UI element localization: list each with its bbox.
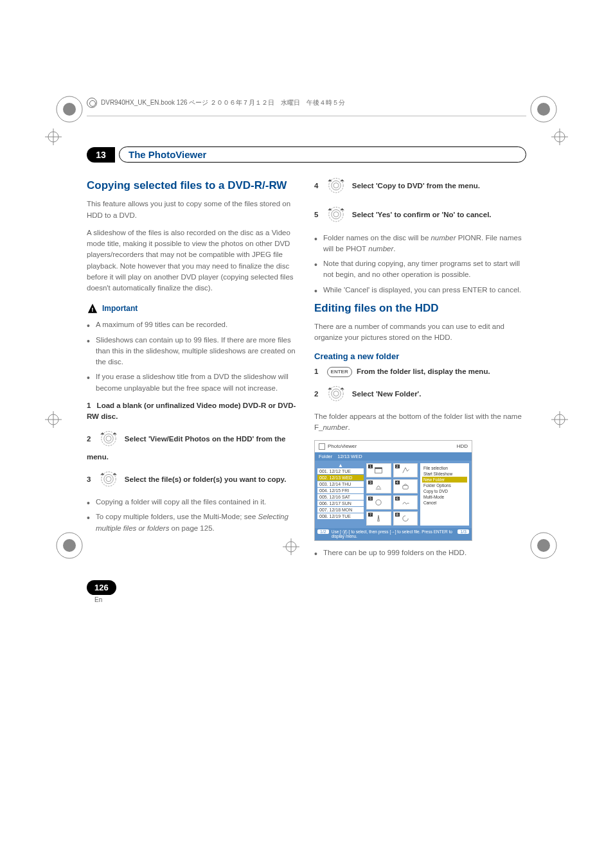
list-item: Slideshows can contain up to 99 files. I… <box>96 335 299 368</box>
enter-dial-icon <box>326 174 346 198</box>
step-bullets: Folder names on the disc will be number … <box>314 233 526 296</box>
step-text: Select 'Yes' to confirm or 'No' to cance… <box>352 211 492 218</box>
step-text: Select 'New Folder'. <box>352 390 422 398</box>
important-callout: ! Important <box>87 303 299 314</box>
note-bullets: There can be up to 999 folders on the HD… <box>314 547 526 558</box>
body-text: The folder appears at the bottom of the … <box>314 411 526 434</box>
step-number: 1 <box>314 368 318 375</box>
left-column: Copying selected files to a DVD-R/-RW Th… <box>87 174 299 565</box>
thumbnail: 1 <box>366 463 391 477</box>
section-heading: Copying selected files to a DVD-R/-RW <box>87 179 299 192</box>
step: 1 Load a blank (or unfinalized Video mod… <box>87 400 299 423</box>
menu-item: Folder Options <box>422 483 467 488</box>
svg-point-48 <box>333 212 339 217</box>
ui-folder-date: 12/13 WED <box>337 454 362 459</box>
svg-point-43 <box>333 183 339 188</box>
folder-row: 008. 12/19 TUE <box>317 513 364 519</box>
list-item: Note that during copying, any timer prog… <box>323 258 526 281</box>
step: 3 Select the file(s) or folder(s) you wa… <box>87 468 299 492</box>
subsection-heading: Creating a new folder <box>314 351 526 361</box>
ui-thumbnail-grid: 1 2 3 4 5 6 7! 8 <box>366 463 418 526</box>
step-number: 2 <box>314 390 318 398</box>
step-bullets: Copying a folder will copy all the files… <box>87 497 299 534</box>
svg-rect-57 <box>375 467 382 468</box>
svg-point-53 <box>333 391 339 396</box>
step-text: From the folder list, display the menu. <box>357 368 490 375</box>
ui-folder-label: Folder <box>319 454 332 459</box>
svg-point-52 <box>331 389 340 398</box>
body-text: There are a number of commands you can u… <box>314 321 526 344</box>
right-column: 4 Select 'Copy to DVD' from the menu. 5 … <box>314 174 526 565</box>
page-footer: 126 En <box>87 580 526 603</box>
menu-item: Multi-Mode <box>422 494 467 500</box>
thumbnail: 2 <box>393 463 418 477</box>
ui-folder-list: ▲ 001. 12/12 TUE 002. 12/13 WED 003. 12/… <box>317 463 364 526</box>
enter-dial-icon <box>98 468 119 492</box>
list-item: If you erase a slideshow title from a DV… <box>96 371 299 394</box>
folder-row: 001. 12/12 TUE <box>317 468 364 474</box>
ui-hint-bar: 1/2 Use [↑]/[↓] to select, then press [→… <box>315 528 472 541</box>
svg-point-42 <box>331 181 340 190</box>
step-text: Select the file(s) or folder(s) you want… <box>125 475 287 483</box>
chapter-header: 13 The PhotoViewer <box>87 146 526 163</box>
thumbnail: 3 <box>366 479 391 493</box>
page-number: 126 <box>87 580 116 595</box>
step: 2 Select 'View/Edit Photos on the HDD' f… <box>87 427 299 463</box>
svg-rect-59 <box>403 485 408 489</box>
ui-page-left: 1/2 <box>317 529 329 534</box>
folder-row-selected: 002. 12/13 WED <box>317 475 364 481</box>
folder-row: 003. 12/14 THU <box>317 481 364 487</box>
step-number: 2 <box>87 435 91 443</box>
list-item: While 'Cancel' is displayed, you can pre… <box>323 285 526 296</box>
menu-item: File selection <box>422 465 467 471</box>
enter-dial-icon <box>98 427 119 451</box>
svg-point-47 <box>331 210 340 219</box>
thumbnail: 7! <box>366 511 391 526</box>
thumbnail: 6 <box>393 495 418 509</box>
list-item: A maximum of 99 titles can be recorded. <box>96 319 299 330</box>
menu-item: Start Slideshow <box>422 471 467 477</box>
folder-row: 004. 12/15 FRI <box>317 488 364 493</box>
ui-folderbar: Folder 12/13 WED <box>315 452 472 461</box>
enter-button-icon: ENTER <box>327 367 352 377</box>
photoviewer-ui-figure: PhotoViewer HDD Folder 12/13 WED ▲ 001. … <box>314 440 472 542</box>
scroll-up-icon: ▲ <box>317 463 364 468</box>
svg-point-60 <box>376 499 381 504</box>
step-text: Load a blank (or unfinalized Video mode)… <box>87 402 296 420</box>
enter-dial-icon <box>326 382 346 406</box>
page-language: En <box>87 596 526 603</box>
warning-icon: ! <box>87 303 98 314</box>
important-list: A maximum of 99 titles can be recorded. … <box>87 319 299 394</box>
thumbnail: 8 <box>393 511 418 526</box>
svg-point-38 <box>106 476 111 481</box>
enter-dial-icon <box>326 203 346 227</box>
folder-row: 005. 12/16 SAT <box>317 494 364 500</box>
list-item: Copying a folder will copy all the files… <box>96 497 299 508</box>
step: 5 Select 'Yes' to confirm or 'No' to can… <box>314 203 526 227</box>
svg-text:!: ! <box>91 306 93 314</box>
step-number: 5 <box>314 211 318 218</box>
ui-titlebar: PhotoViewer HDD <box>315 441 472 452</box>
photoviewer-app-icon <box>319 443 325 450</box>
list-item: To copy multiple folders, use the Multi-… <box>96 511 299 534</box>
list-item: There can be up to 999 folders on the HD… <box>323 547 526 558</box>
ui-context-menu: File selection Start Slideshow New Folde… <box>420 463 469 526</box>
ui-hint-text: Use [↑]/[↓] to select, then press [→] to… <box>332 529 456 540</box>
chapter-number: 13 <box>87 147 115 163</box>
ui-title: PhotoViewer <box>328 443 357 449</box>
section-heading: Editing files on the HDD <box>314 302 526 315</box>
list-item: Folder names on the disc will be number … <box>323 233 526 255</box>
folder-row: 006. 12/17 SUN <box>317 500 364 506</box>
step-number: 3 <box>87 475 91 483</box>
menu-item: Cancel <box>422 500 467 506</box>
step-number: 4 <box>314 182 318 190</box>
menu-item: Copy to DVD <box>422 488 467 494</box>
thumbnail: 4 <box>393 479 418 493</box>
thumbnail: 5 <box>366 495 391 509</box>
important-label: Important <box>102 304 138 313</box>
body-text: A slideshow of the files is also recorde… <box>87 227 299 294</box>
chapter-title: The PhotoViewer <box>119 146 526 163</box>
svg-point-32 <box>103 434 112 443</box>
step: 4 Select 'Copy to DVD' from the menu. <box>314 174 526 198</box>
step: 2 Select 'New Folder'. <box>314 382 526 406</box>
